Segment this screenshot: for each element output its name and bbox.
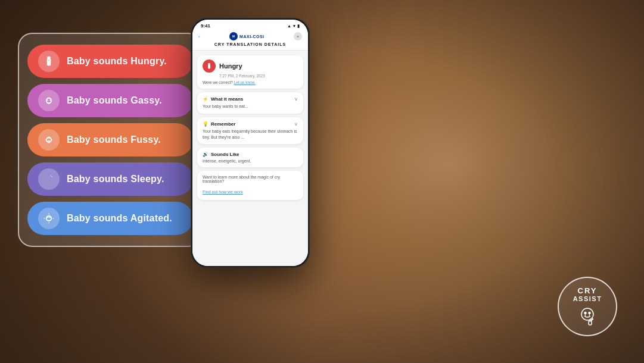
cry-item-gassy[interactable]: Baby sounds Gassy. bbox=[27, 84, 193, 117]
cry-item-agitated[interactable]: Baby sounds Agitated. bbox=[27, 202, 193, 235]
brand-icon-inner: M bbox=[232, 35, 235, 38]
remember-icon: 💡 bbox=[203, 121, 209, 127]
sounds-like-title: 🔊 Sounds Like bbox=[203, 152, 298, 157]
section-header-remember: 💡 Remember ∨ bbox=[203, 121, 298, 127]
sounds-description: Intense, energetic, urgent. bbox=[203, 159, 298, 163]
signal-icon: ▲ bbox=[287, 24, 291, 28]
learn-more-link[interactable]: Find out how we work bbox=[203, 190, 243, 194]
sleepy-icon bbox=[38, 168, 60, 190]
svg-point-8 bbox=[46, 216, 51, 221]
agitated-icon bbox=[38, 208, 60, 229]
result-correct-prompt: Were we correct? Let us know. bbox=[203, 80, 298, 85]
badge-baby-icon bbox=[577, 305, 598, 326]
gassy-icon bbox=[38, 90, 60, 111]
phone-nav: ‹ M MAXI-COSI × bbox=[198, 32, 302, 40]
svg-point-3 bbox=[46, 137, 51, 142]
svg-point-6 bbox=[45, 139, 46, 140]
phone-frame: 9:41 ▲ ▾ ▮ ‹ M MAXI-COSI bbox=[191, 18, 310, 268]
hungry-label: Baby sounds Hungry. bbox=[67, 56, 167, 67]
svg-point-5 bbox=[48, 142, 49, 143]
svg-point-13 bbox=[581, 308, 593, 320]
phone-content: Hungry 7:27 PM, 2 February, 2023 Were we… bbox=[192, 51, 308, 266]
correct-link[interactable]: Let us know. bbox=[234, 80, 256, 85]
remember-label: Remember bbox=[211, 121, 235, 127]
battery-icon: ▮ bbox=[297, 24, 300, 29]
result-type-label: Hungry bbox=[219, 62, 242, 70]
badge-circle: CRY ASSIST bbox=[558, 277, 617, 336]
what-it-means-card: ⚡ What it means ∨ Your baby wants to eat… bbox=[197, 92, 303, 114]
back-button[interactable]: ‹ bbox=[198, 34, 200, 39]
status-icons: ▲ ▾ ▮ bbox=[287, 24, 300, 29]
means-icon: ⚡ bbox=[203, 96, 209, 102]
svg-point-2 bbox=[50, 99, 51, 101]
brand-name: MAXI-COSI bbox=[239, 35, 264, 39]
cry-types-panel: Baby sounds Hungry. Baby sounds Gassy. bbox=[18, 33, 203, 247]
badge-cry-text: CRY bbox=[578, 287, 598, 295]
brand-icon: M bbox=[229, 32, 238, 40]
wifi-icon: ▾ bbox=[293, 24, 295, 29]
result-type-icon bbox=[203, 60, 216, 73]
hungry-icon bbox=[38, 51, 60, 72]
svg-point-15 bbox=[589, 312, 590, 314]
result-timestamp: 7:27 PM, 2 February, 2023 bbox=[219, 74, 298, 78]
section-title-remember: 💡 Remember bbox=[203, 121, 235, 127]
gassy-label: Baby sounds Gassy. bbox=[67, 95, 162, 106]
phone-header: ‹ M MAXI-COSI × CRY TRANSLATION DETAILS bbox=[192, 30, 308, 51]
sounds-like-card: 🔊 Sounds Like Intense, energetic, urgent… bbox=[197, 148, 303, 167]
section-header-means: ⚡ What it means ∨ bbox=[203, 96, 298, 102]
cry-item-sleepy[interactable]: Baby sounds Sleepy. bbox=[27, 162, 193, 196]
back-icon: ‹ bbox=[198, 34, 200, 39]
cry-item-hungry[interactable]: Baby sounds Hungry. bbox=[27, 45, 193, 78]
cry-item-fussy[interactable]: Baby sounds Fussy. bbox=[27, 123, 193, 157]
phone-statusbar: 9:41 ▲ ▾ ▮ bbox=[192, 20, 308, 30]
sounds-label: Sounds Like bbox=[211, 152, 239, 157]
status-time: 9:41 bbox=[201, 23, 210, 29]
close-button[interactable]: × bbox=[294, 32, 302, 40]
phone-screen: 9:41 ▲ ▾ ▮ ‹ M MAXI-COSI bbox=[192, 20, 308, 266]
sleepy-label: Baby sounds Sleepy. bbox=[67, 174, 164, 184]
svg-point-4 bbox=[48, 136, 49, 137]
result-header: Hungry bbox=[203, 60, 298, 73]
means-label: What it means bbox=[211, 96, 243, 102]
maxi-cosi-logo: M MAXI-COSI bbox=[229, 32, 264, 40]
fussy-label: Baby sounds Fussy. bbox=[67, 134, 161, 145]
section-title-means: ⚡ What it means bbox=[203, 96, 243, 102]
fussy-icon bbox=[38, 129, 60, 151]
remember-body: Your baby eats frequently because their … bbox=[203, 129, 298, 140]
result-card: Hungry 7:27 PM, 2 February, 2023 Were we… bbox=[197, 55, 303, 89]
means-body: Your baby wants to eat... bbox=[203, 104, 298, 109]
phone-mockup: 9:41 ▲ ▾ ▮ ‹ M MAXI-COSI bbox=[191, 18, 310, 268]
correct-text: Were we correct? bbox=[203, 80, 233, 85]
means-chevron-icon[interactable]: ∨ bbox=[294, 96, 298, 102]
close-icon: × bbox=[297, 34, 300, 39]
sounds-icon: 🔊 bbox=[203, 152, 209, 157]
remember-chevron-icon[interactable]: ∨ bbox=[294, 121, 298, 127]
badge-assist-text: ASSIST bbox=[573, 295, 602, 302]
page-title: CRY TRANSLATION DETAILS bbox=[214, 42, 286, 46]
cry-assist-badge: CRY ASSIST bbox=[558, 277, 617, 336]
svg-point-1 bbox=[47, 99, 48, 101]
svg-point-14 bbox=[584, 312, 586, 314]
learn-text: Want to learn more about the magic of cr… bbox=[203, 175, 298, 183]
svg-point-7 bbox=[51, 139, 52, 140]
remember-card: 💡 Remember ∨ Your baby eats frequently b… bbox=[197, 117, 303, 145]
agitated-label: Baby sounds Agitated. bbox=[67, 213, 172, 224]
learn-more-card: Want to learn more about the magic of cr… bbox=[197, 171, 303, 200]
